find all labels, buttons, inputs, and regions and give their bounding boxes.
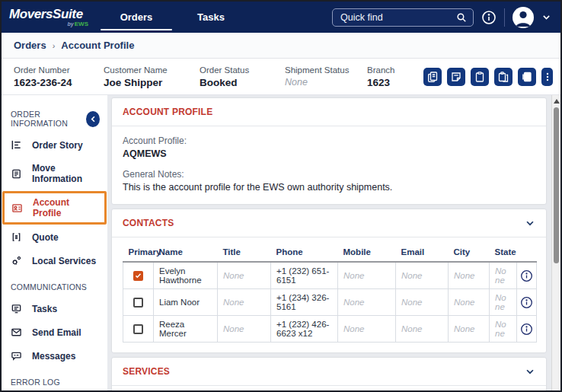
tab-tasks[interactable]: Tasks xyxy=(174,2,248,33)
branch-value: 1623 xyxy=(367,77,420,88)
contact-mobile: None xyxy=(338,289,396,316)
sidebar-collapse-button[interactable] xyxy=(86,111,100,127)
quick-find-box[interactable] xyxy=(332,8,474,27)
contact-email: None xyxy=(396,262,449,289)
sidebar-item-order-story[interactable]: Order Story xyxy=(2,133,107,157)
messages-icon xyxy=(11,350,22,362)
logo-text: MoversSuite xyxy=(9,8,91,21)
copy-document-icon xyxy=(426,71,439,83)
top-navbar: MoversSuite byEWS Orders Tasks xyxy=(2,2,560,33)
primary-checkbox[interactable] xyxy=(133,298,143,308)
breadcrumb-account-profile[interactable]: Account Profile xyxy=(61,40,134,51)
sidebar-item-account-profile[interactable]: Account Profile xyxy=(2,191,107,225)
user-avatar[interactable] xyxy=(513,7,534,28)
breadcrumb: Orders › Account Profile xyxy=(2,33,560,59)
account-profile-title: ACCOUNT PROFILE xyxy=(123,107,212,117)
clipboard-icon xyxy=(474,71,486,83)
contact-title: None xyxy=(218,316,271,343)
contacts-card: CONTACTS Primary Name Title Pho xyxy=(112,209,546,352)
info-icon xyxy=(481,10,497,25)
contact-state: None xyxy=(490,289,517,316)
scrollbar-thumb[interactable] xyxy=(554,107,559,263)
contact-mobile: None xyxy=(338,316,396,343)
contacts-table-wrap: Primary Name Title Phone Mobile Email Ci… xyxy=(112,237,546,352)
contact-mobile: None xyxy=(338,262,396,289)
account-profile-icon xyxy=(11,202,23,214)
clipboard-copy-button[interactable] xyxy=(494,68,513,86)
contact-row: Reeza Mercer None +1 (232) 426-6623 x12 … xyxy=(123,316,537,343)
contact-city: None xyxy=(449,262,490,289)
note-button[interactable] xyxy=(447,68,465,86)
contacts-header-row: Primary Name Title Phone Mobile Email Ci… xyxy=(123,244,537,262)
chevron-left-icon xyxy=(88,114,98,124)
general-notes-value: This is the account profile for the EWS … xyxy=(123,182,535,193)
contact-title: None xyxy=(218,262,271,289)
contact-row: Liam Noor None +1 (234) 326-5161 None No… xyxy=(123,289,537,316)
contacts-title: CONTACTS xyxy=(123,218,174,228)
contact-name: Reeza Mercer xyxy=(154,316,218,343)
tasks-icon xyxy=(11,303,22,314)
order-number-value: 1623-236-24 xyxy=(14,77,104,88)
tab-orders[interactable]: Orders xyxy=(99,2,174,33)
contact-name: Liam Noor xyxy=(154,289,218,316)
branch-field: Branch 1623 xyxy=(367,65,420,88)
journal-icon xyxy=(521,71,533,83)
clipboard-button[interactable] xyxy=(471,68,489,86)
info-button[interactable] xyxy=(481,10,497,25)
local-services-icon xyxy=(11,255,22,266)
sidebar-item-quote[interactable]: Quote xyxy=(2,225,107,249)
primary-checkbox[interactable] xyxy=(133,271,143,281)
main-panel: ACCOUNT PROFILE Account Profile: AQMEWS … xyxy=(107,95,551,390)
sidebar-item-tasks[interactable]: Tasks xyxy=(2,297,107,320)
move-information-icon xyxy=(11,168,22,180)
services-collapse-button[interactable] xyxy=(525,366,535,377)
customer-name-value: Joe Shipper xyxy=(104,77,200,88)
contacts-collapse-button[interactable] xyxy=(525,218,535,228)
app-logo: MoversSuite byEWS xyxy=(9,8,91,27)
chevron-down-icon xyxy=(525,218,535,228)
quick-find-input[interactable] xyxy=(339,11,456,24)
vertical-scrollbar[interactable] xyxy=(551,95,560,390)
account-menu-chevron-icon[interactable] xyxy=(541,12,551,22)
copy-document-button[interactable] xyxy=(423,68,442,86)
journal-button[interactable] xyxy=(518,68,536,86)
sidebar-item-send-email[interactable]: Send Email xyxy=(2,320,107,344)
note-icon xyxy=(450,71,462,83)
contact-phone: +1 (232) 426-6623 x12 xyxy=(271,316,338,343)
contact-info-icon[interactable] xyxy=(520,269,533,282)
contact-phone: +1 (234) 326-5161 xyxy=(271,289,338,316)
page-content: ORDER INFORMATION Order Story Move Infor… xyxy=(2,95,560,390)
breadcrumb-orders[interactable]: Orders xyxy=(14,40,46,51)
contact-info-icon[interactable] xyxy=(520,296,533,309)
more-options-button[interactable] xyxy=(541,68,553,86)
sidebar-item-local-services[interactable]: Local Services xyxy=(2,249,107,272)
shipment-status-field: Shipment Status None xyxy=(285,65,367,88)
column-header-phone: Phone xyxy=(271,244,338,262)
chevron-down-icon xyxy=(525,366,535,377)
sidebar-item-messages[interactable]: Messages xyxy=(2,344,107,368)
order-story-icon xyxy=(11,139,22,151)
column-header-name: Name xyxy=(154,244,218,262)
main-tabs: Orders Tasks xyxy=(99,2,248,33)
services-table-wrap: Service Status Comment Overriden By Over… xyxy=(112,386,546,390)
primary-checkbox[interactable] xyxy=(133,324,143,334)
app-window: MoversSuite byEWS Orders Tasks xyxy=(0,0,562,392)
contact-state: None xyxy=(490,262,517,289)
services-card: SERVICES Service Status Comment xyxy=(112,358,546,390)
account-profile-header: ACCOUNT PROFILE xyxy=(112,98,546,126)
column-header-state: State xyxy=(490,244,517,262)
order-status-field: Order Status Booked xyxy=(200,65,285,88)
order-number-field: Order Number 1623-236-24 xyxy=(14,65,104,88)
search-icon[interactable] xyxy=(456,12,467,23)
column-header-city: City xyxy=(449,244,490,262)
contact-info-icon[interactable] xyxy=(520,323,533,336)
navbar-divider xyxy=(504,8,505,27)
sidebar-section-error-log: ERROR LOG xyxy=(2,372,107,390)
account-profile-label: Account Profile: xyxy=(123,135,535,146)
order-sidebar: ORDER INFORMATION Order Story Move Infor… xyxy=(2,95,107,390)
general-notes-label: General Notes: xyxy=(123,169,535,180)
sidebar-item-move-information[interactable]: Move Information xyxy=(2,157,107,190)
scroll-up-arrow-icon[interactable] xyxy=(554,99,560,104)
order-action-buttons xyxy=(423,68,553,86)
user-icon xyxy=(513,7,534,28)
